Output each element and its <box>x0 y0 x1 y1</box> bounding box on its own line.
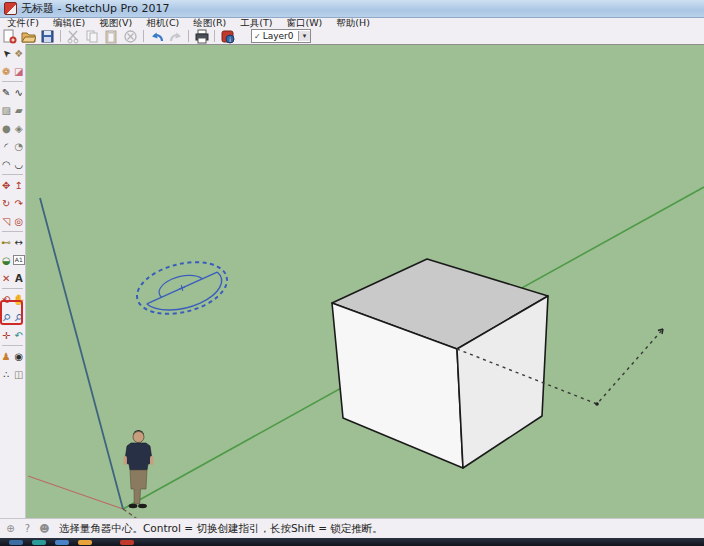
axes-tool-icon[interactable]: ✕ <box>0 269 13 287</box>
position-camera-tool-icon[interactable]: ♟ <box>0 347 13 365</box>
window-title: 无标题 - SketchUp Pro 2017 <box>21 3 170 14</box>
user-icon[interactable]: ☻ <box>38 522 51 535</box>
title-bar[interactable]: 无标题 - SketchUp Pro 2017 <box>0 0 704 18</box>
model-info-button[interactable]: i <box>218 29 237 44</box>
print-button[interactable] <box>192 29 211 44</box>
dimension-tool-icon[interactable]: ↔ <box>13 233 26 251</box>
zoom-extents-tool-icon[interactable]: ✛ <box>0 326 13 344</box>
layer-combobox[interactable]: ✓ Layer0 ▾ <box>251 29 311 43</box>
drawing-canvas[interactable] <box>26 44 704 518</box>
text-tool-icon[interactable]: A1 <box>13 251 26 269</box>
save-button[interactable] <box>38 29 57 44</box>
taskbar-item[interactable] <box>55 540 69 545</box>
3d-text-tool-icon[interactable]: A <box>13 269 26 287</box>
tool-group-separator <box>2 345 23 346</box>
section-plane-tool-icon[interactable]: ◫ <box>13 365 26 383</box>
taskbar-item[interactable] <box>32 540 46 545</box>
tool-group-separator <box>2 174 23 175</box>
taskbar-item[interactable] <box>9 540 23 545</box>
move-tool-icon[interactable]: ✥ <box>0 176 13 194</box>
three-point-arc-tool-icon[interactable]: ◡ <box>13 155 26 173</box>
eraser-tool-icon[interactable]: ◪ <box>13 62 26 80</box>
two-point-arc-tool-icon[interactable]: ◠ <box>0 155 13 173</box>
paint-bucket-tool-icon[interactable]: ❁ <box>0 62 13 80</box>
protractor-tool-icon[interactable]: ◒ <box>0 251 13 269</box>
rotate-tool-icon[interactable]: ↻ <box>0 194 13 212</box>
standard-toolbar: i ✓ Layer0 ▾ <box>0 28 704 45</box>
make-component-tool-icon[interactable]: ❖ <box>13 44 26 62</box>
geolocation-icon[interactable]: ⊕ <box>4 522 17 535</box>
pan-tool-icon[interactable]: ✋ <box>13 290 26 308</box>
status-message: 选择量角器中心。Control = 切换创建指引，长按Shift = 锁定推断。 <box>59 522 383 536</box>
protractor-cursor <box>132 254 233 323</box>
cut-button[interactable] <box>64 29 83 44</box>
tape-measure-tool-icon[interactable]: ⊷ <box>0 233 13 251</box>
new-button[interactable] <box>0 29 19 44</box>
zoom-window-tool-icon[interactable]: ⚲ <box>13 308 26 326</box>
push-pull-tool-icon[interactable]: ↥ <box>13 176 26 194</box>
offset-tool-icon[interactable]: ◎ <box>13 212 26 230</box>
erase-button[interactable] <box>121 29 140 44</box>
rectangle-tool-icon[interactable]: ▨ <box>0 101 13 119</box>
taskbar-item[interactable] <box>120 540 134 545</box>
scale-figure[interactable] <box>124 430 154 508</box>
toolbar-separator <box>188 30 189 42</box>
windows-taskbar[interactable] <box>0 538 704 546</box>
follow-me-tool-icon[interactable]: ↷ <box>13 194 26 212</box>
tool-group-separator <box>2 231 23 232</box>
pie-tool-icon[interactable]: ◔ <box>13 137 26 155</box>
sketchup-window: 无标题 - SketchUp Pro 2017 文件(F) 编辑(E) 视图(V… <box>0 0 704 546</box>
undo-button[interactable] <box>147 29 166 44</box>
large-tool-set: ➤ ❖ ❁ ◪ ✎ ∿ ▨ ▰ ● ◈ ◜ ◔ ◠ ◡ ✥ <box>0 44 26 518</box>
line-tool-icon[interactable]: ✎ <box>0 83 13 101</box>
orbit-tool-icon[interactable]: ⟲ <box>0 290 13 308</box>
taskbar-item[interactable] <box>78 540 92 545</box>
toolbar-separator <box>214 30 215 42</box>
guide-vertex-mark <box>595 402 599 406</box>
red-axis-line <box>28 476 123 509</box>
freehand-tool-icon[interactable]: ∿ <box>13 83 26 101</box>
redo-button[interactable] <box>166 29 185 44</box>
app-logo-icon <box>4 2 17 15</box>
rotated-rectangle-tool-icon[interactable]: ▰ <box>13 101 26 119</box>
layer-current-value: Layer0 <box>263 31 298 41</box>
paste-button[interactable] <box>102 29 121 44</box>
cube[interactable] <box>332 259 548 468</box>
status-bar: ⊕ ? ☻ 选择量角器中心。Control = 切换创建指引，长按Shift =… <box>0 518 704 538</box>
zoom-tool-icon[interactable]: ⚲ <box>0 308 13 326</box>
previous-view-tool-icon[interactable]: ↶ <box>13 326 26 344</box>
arc-tool-icon[interactable]: ◜ <box>0 137 13 155</box>
circle-tool-icon[interactable]: ● <box>0 119 13 137</box>
layer-check-icon: ✓ <box>254 32 261 41</box>
help-icon[interactable]: ? <box>21 522 34 535</box>
blue-axis-line <box>40 198 123 509</box>
walk-tool-icon[interactable]: ∴ <box>0 365 13 383</box>
look-around-tool-icon[interactable]: ◉ <box>13 347 26 365</box>
tool-group-separator <box>2 81 23 82</box>
layer-dropdown-arrow-icon[interactable]: ▾ <box>298 31 310 41</box>
polygon-tool-icon[interactable]: ◈ <box>13 119 26 137</box>
copy-button[interactable] <box>83 29 102 44</box>
open-button[interactable] <box>19 29 38 44</box>
tool-group-separator <box>2 288 23 289</box>
select-tool-icon[interactable]: ➤ <box>0 44 13 62</box>
toolbar-separator <box>143 30 144 42</box>
menu-bar: 文件(F) 编辑(E) 视图(V) 相机(C) 绘图(R) 工具(T) 窗口(W… <box>0 18 704 28</box>
toolbar-separator <box>60 30 61 42</box>
scale-tool-icon[interactable]: ◹ <box>0 212 13 230</box>
